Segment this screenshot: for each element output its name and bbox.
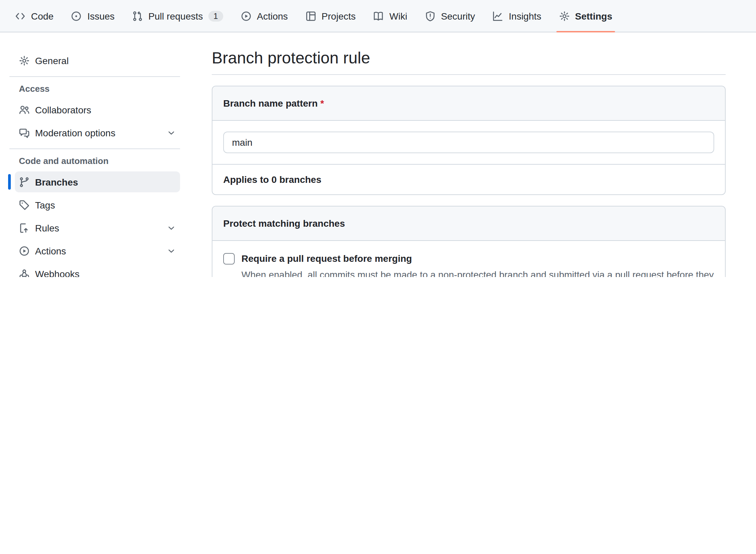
require-pull-request-row: Require a pull request before merging Wh… [212, 241, 725, 277]
applies-to-branches-text: Applies to 0 branches [212, 164, 725, 194]
sidebar-section-code-automation: Code and automation [19, 156, 180, 166]
issues-icon [71, 10, 82, 21]
require-pull-request-checkbox[interactable] [223, 253, 235, 265]
tab-projects[interactable]: Projects [300, 0, 361, 32]
settings-sidebar: General Access Collaborators Moderation … [0, 32, 180, 277]
sidebar-item-label: Webhooks [35, 268, 80, 277]
tab-label: Security [441, 10, 475, 21]
actions-icon [241, 10, 252, 21]
sidebar-item-label: General [35, 55, 69, 66]
tab-insights[interactable]: Insights [487, 0, 547, 32]
sidebar-item-webhooks[interactable]: Webhooks [15, 263, 180, 277]
rules-icon [19, 222, 30, 233]
tab-actions[interactable]: Actions [235, 0, 293, 32]
play-icon [19, 245, 30, 256]
require-pull-request-description: When enabled, all commits must be made t… [241, 268, 714, 277]
branch-name-pattern-body [212, 121, 725, 164]
sidebar-item-collaborators[interactable]: Collaborators [15, 99, 180, 120]
sidebar-item-label: Moderation options [35, 127, 115, 138]
pull-request-icon [132, 10, 143, 21]
code-icon [15, 10, 26, 21]
tab-label: Actions [257, 10, 288, 21]
tab-pull-requests[interactable]: Pull requests 1 [127, 0, 229, 32]
tab-label: Issues [87, 10, 115, 21]
branch-name-pattern-input[interactable] [223, 132, 714, 153]
protect-matching-branches-header: Protect matching branches [212, 206, 725, 241]
tab-label: Wiki [389, 10, 407, 21]
chevron-down-icon [167, 246, 176, 255]
gear-icon [19, 55, 30, 66]
sidebar-divider [9, 76, 180, 77]
tab-code[interactable]: Code [9, 0, 59, 32]
sidebar-item-branches[interactable]: Branches [15, 171, 180, 192]
tab-wiki[interactable]: Wiki [368, 0, 413, 32]
sidebar-item-label: Branches [35, 176, 78, 187]
sidebar-item-actions[interactable]: Actions [15, 240, 180, 261]
git-branch-icon [19, 176, 30, 187]
tab-issues[interactable]: Issues [66, 0, 120, 32]
settings-gear-icon [559, 10, 570, 21]
people-icon [19, 104, 30, 115]
protect-matching-branches-card: Protect matching branches Require a pull… [212, 206, 726, 277]
branch-name-pattern-header: Branch name pattern* [212, 86, 725, 121]
sidebar-divider [9, 148, 180, 149]
chevron-down-icon [167, 128, 176, 137]
github-settings-page: Code Issues Pull requests 1 Actions Proj… [0, 0, 756, 277]
tab-settings[interactable]: Settings [553, 0, 617, 32]
pull-requests-count-badge: 1 [208, 10, 223, 21]
sidebar-item-tags[interactable]: Tags [15, 194, 180, 215]
required-asterisk: * [320, 98, 324, 109]
tag-icon [19, 199, 30, 210]
discussion-icon [19, 127, 30, 138]
tab-label: Pull requests [148, 10, 203, 21]
projects-icon [306, 10, 316, 21]
repo-nav: Code Issues Pull requests 1 Actions Proj… [0, 0, 756, 32]
page-title: Branch protection rule [212, 49, 726, 67]
security-shield-icon [425, 10, 436, 21]
tab-label: Code [31, 10, 54, 21]
sidebar-item-moderation-options[interactable]: Moderation options [15, 122, 180, 143]
wiki-icon [373, 10, 384, 21]
tab-security[interactable]: Security [419, 0, 481, 32]
require-pull-request-label: Require a pull request before merging [241, 252, 412, 265]
sidebar-item-general[interactable]: General [15, 50, 180, 71]
sidebar-item-label: Rules [35, 222, 59, 233]
branch-name-pattern-label: Branch name pattern [223, 98, 318, 109]
title-divider [212, 74, 726, 75]
branch-name-pattern-card: Branch name pattern* Applies to 0 branch… [212, 86, 726, 195]
sidebar-item-label: Tags [35, 199, 55, 210]
main-content: Branch protection rule Branch name patte… [212, 32, 726, 277]
sidebar-section-access: Access [19, 84, 180, 94]
sidebar-item-rules[interactable]: Rules [15, 217, 180, 238]
tab-label: Settings [575, 10, 612, 21]
tab-label: Projects [322, 10, 356, 21]
sidebar-item-label: Actions [35, 245, 66, 256]
sidebar-item-label: Collaborators [35, 104, 91, 115]
insights-graph-icon [493, 10, 503, 21]
tab-label: Insights [509, 10, 542, 21]
webhook-icon [19, 268, 30, 277]
chevron-down-icon [167, 223, 176, 232]
